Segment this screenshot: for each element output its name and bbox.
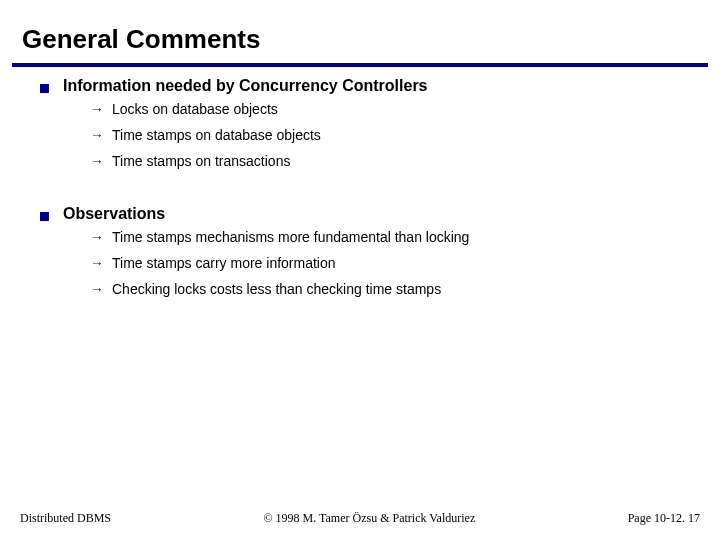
list-item: → Time stamps mechanisms more fundamenta…: [90, 229, 720, 245]
list-item-text: Checking locks costs less than checking …: [112, 281, 441, 297]
section-1-items: → Time stamps mechanisms more fundamenta…: [40, 229, 720, 297]
list-item-text: Time stamps on transactions: [112, 153, 290, 169]
bullet-square-icon: [40, 212, 49, 221]
slide-title: General Comments: [0, 0, 720, 61]
bullet-square-icon: [40, 84, 49, 93]
slide-content: Information needed by Concurrency Contro…: [0, 77, 720, 297]
arrow-icon: →: [90, 281, 104, 297]
section-heading: Information needed by Concurrency Contro…: [40, 77, 720, 95]
title-rule: [12, 63, 708, 67]
list-item: → Time stamps on transactions: [90, 153, 720, 169]
list-item: → Time stamps carry more information: [90, 255, 720, 271]
section-0: Information needed by Concurrency Contro…: [40, 77, 720, 169]
section-heading-text: Observations: [63, 205, 165, 223]
arrow-icon: →: [90, 255, 104, 271]
arrow-icon: →: [90, 229, 104, 245]
list-item-text: Locks on database objects: [112, 101, 278, 117]
list-item-text: Time stamps on database objects: [112, 127, 321, 143]
list-item-text: Time stamps carry more information: [112, 255, 336, 271]
footer-center: © 1998 M. Tamer Özsu & Patrick Valduriez: [111, 511, 628, 526]
list-item: → Checking locks costs less than checkin…: [90, 281, 720, 297]
list-item-text: Time stamps mechanisms more fundamental …: [112, 229, 469, 245]
arrow-icon: →: [90, 127, 104, 143]
section-heading-text: Information needed by Concurrency Contro…: [63, 77, 428, 95]
list-item: → Locks on database objects: [90, 101, 720, 117]
footer-left: Distributed DBMS: [20, 511, 111, 526]
slide-footer: Distributed DBMS © 1998 M. Tamer Özsu & …: [0, 511, 720, 526]
section-0-items: → Locks on database objects → Time stamp…: [40, 101, 720, 169]
footer-right: Page 10-12. 17: [628, 511, 700, 526]
section-1: Observations → Time stamps mechanisms mo…: [40, 205, 720, 297]
arrow-icon: →: [90, 101, 104, 117]
list-item: → Time stamps on database objects: [90, 127, 720, 143]
section-heading: Observations: [40, 205, 720, 223]
arrow-icon: →: [90, 153, 104, 169]
